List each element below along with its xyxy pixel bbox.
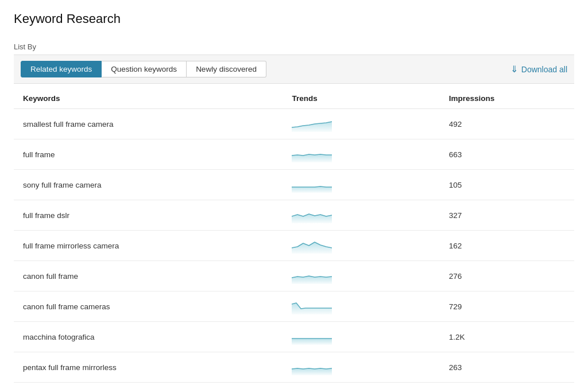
cell-trend	[283, 170, 439, 200]
table-row: smallest full frame camera 492	[14, 109, 574, 139]
cell-impressions: 327	[440, 200, 574, 231]
cell-trend	[283, 352, 439, 383]
table-row: pentax full frame mirrorless 263	[14, 352, 574, 383]
table-row: canon full frame cameras 729	[14, 291, 574, 322]
cell-keyword: pentax full frame mirrorless	[14, 352, 283, 383]
cell-keyword: full frame mirrorless camera	[14, 231, 283, 261]
trend-sparkline	[292, 268, 332, 284]
trend-sparkline	[292, 359, 332, 375]
trend-sparkline	[292, 207, 332, 223]
table-row: macchina fotografica 1.2K	[14, 322, 574, 352]
trend-sparkline	[292, 146, 332, 162]
cell-keyword: sony full frame camera	[14, 170, 283, 200]
cell-trend	[283, 109, 439, 139]
cell-impressions: 492	[440, 109, 574, 139]
col-header-trends: Trends	[283, 86, 439, 109]
tab-related-keywords[interactable]: Related keywords	[21, 61, 102, 77]
tab-newly-discovered[interactable]: Newly discovered	[187, 61, 266, 77]
cell-trend	[283, 200, 439, 231]
cell-trend	[283, 261, 439, 291]
table-row: full frame dslr 327	[14, 200, 574, 231]
trend-sparkline	[292, 329, 332, 345]
table-row: full frame 663	[14, 139, 574, 170]
cell-impressions: 1.1K	[440, 383, 574, 386]
cell-trend	[283, 231, 439, 261]
keywords-table: Keywords Trends Impressions smallest ful…	[14, 86, 574, 385]
download-icon: ⇓	[510, 64, 518, 75]
page-title: Keyword Research	[14, 11, 574, 26]
cell-impressions: 729	[440, 291, 574, 322]
cell-keyword: canon full frame	[14, 261, 283, 291]
page-container: Keyword Research List By Related keyword…	[0, 0, 588, 385]
trend-sparkline	[292, 116, 332, 132]
cell-impressions: 162	[440, 231, 574, 261]
cell-keyword: full frame dslr	[14, 200, 283, 231]
tab-question-keywords[interactable]: Question keywords	[102, 61, 187, 77]
trend-sparkline	[292, 177, 332, 193]
cell-impressions: 1.2K	[440, 322, 574, 352]
download-label: Download all	[521, 65, 567, 74]
table-row: canon full frame 276	[14, 261, 574, 291]
download-all-button[interactable]: ⇓ Download all	[510, 64, 567, 75]
col-header-impressions: Impressions	[440, 86, 574, 109]
col-header-keywords: Keywords	[14, 86, 283, 109]
cell-trend	[283, 322, 439, 352]
cell-keyword: smallest full frame camera	[14, 109, 283, 139]
list-by-label: List By	[14, 38, 574, 55]
table-container: Keywords Trends Impressions smallest ful…	[14, 86, 574, 385]
table-row: full frame mirrorless camera 162	[14, 231, 574, 261]
cell-keyword: canon full frame cameras	[14, 291, 283, 322]
table-row: canon eos camera 1.1K	[14, 383, 574, 386]
table-header-row: Keywords Trends Impressions	[14, 86, 574, 109]
cell-impressions: 663	[440, 139, 574, 170]
cell-trend	[283, 291, 439, 322]
table-row: sony full frame camera 105	[14, 170, 574, 200]
tabs-group: Related keywords Question keywords Newly…	[21, 61, 266, 77]
trend-sparkline	[292, 238, 332, 254]
tabs-section: Related keywords Question keywords Newly…	[14, 55, 574, 84]
cell-impressions: 276	[440, 261, 574, 291]
trend-sparkline	[292, 298, 332, 314]
cell-impressions: 105	[440, 170, 574, 200]
cell-keyword: full frame	[14, 139, 283, 170]
cell-impressions: 263	[440, 352, 574, 383]
cell-trend	[283, 383, 439, 386]
cell-keyword: canon eos camera	[14, 383, 283, 386]
cell-trend	[283, 139, 439, 170]
cell-keyword: macchina fotografica	[14, 322, 283, 352]
